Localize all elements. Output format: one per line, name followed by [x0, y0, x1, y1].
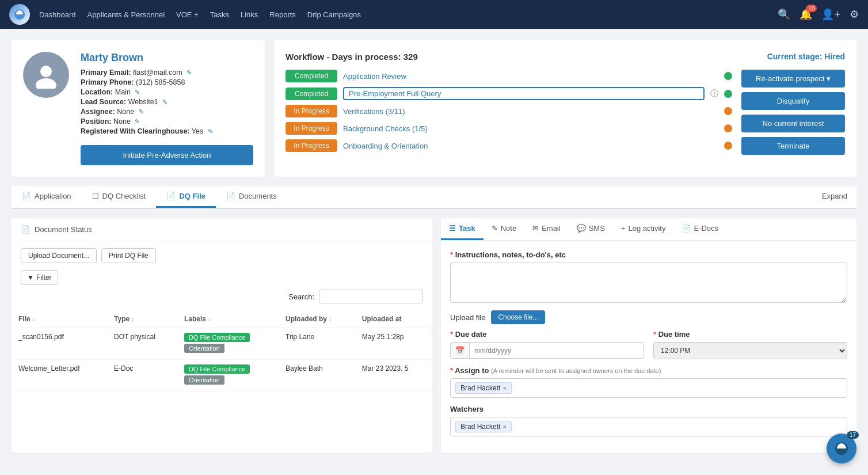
file-uploader-2: Baylee Bath: [279, 360, 355, 392]
choose-file-button[interactable]: Choose file...: [491, 310, 545, 324]
nav-tasks[interactable]: Tasks: [210, 10, 229, 19]
profile-position-row: Position: None ✎: [81, 117, 253, 126]
nav-dashboard[interactable]: Dashboard: [39, 10, 76, 19]
step5-status: In Progress: [285, 139, 337, 152]
pre-adverse-button[interactable]: Initiate Pre-Adverse Action: [81, 145, 253, 165]
left-panel: 📄 Document Status Upload Document... Pri…: [12, 218, 432, 453]
right-tabs: ☰ Task ✎ Note ✉ Email 💬 SMS + Log act: [441, 218, 856, 241]
logo[interactable]: [9, 4, 30, 25]
right-tab-edocs[interactable]: 📄 E-Docs: [673, 218, 726, 240]
assign-to-input[interactable]: Brad Hackett ×: [450, 378, 847, 398]
upload-document-button[interactable]: Upload Document...: [21, 248, 97, 263]
step4-dot: [724, 124, 732, 132]
instructions-label: * Instructions, notes, to-do's, etc: [450, 250, 847, 259]
nav-applicants[interactable]: Applicants & Personnel: [87, 10, 165, 19]
sort-labels-icon[interactable]: ↕: [208, 316, 211, 322]
add-user-icon[interactable]: 👤+: [821, 8, 840, 21]
location-edit-icon[interactable]: ✎: [135, 89, 140, 96]
page-body: Marty Brown Primary Email: flast@mail.co…: [0, 29, 868, 464]
label-dq-2: DQ File Compliance: [184, 364, 250, 374]
position-edit-icon[interactable]: ✎: [135, 118, 140, 125]
nav-links[interactable]: Links: [241, 10, 258, 19]
right-tab-email[interactable]: ✉ Email: [524, 218, 569, 240]
step2-info-icon[interactable]: ⓘ: [710, 89, 718, 99]
email-value: flast@mail.com: [133, 69, 182, 77]
step3-dot: [724, 107, 732, 115]
workflow-header: Workflow - Days in process: 329 Current …: [285, 52, 845, 62]
search-icon[interactable]: 🔍: [778, 8, 790, 21]
clearinghouse-value: Yes: [192, 127, 203, 135]
nav-reports[interactable]: Reports: [269, 10, 296, 19]
right-panel-body: * Instructions, notes, to-do's, etc Uplo…: [441, 241, 856, 453]
edocs-tab-label: E-Docs: [694, 224, 718, 233]
file-date-1: May 25 1:28p: [355, 328, 432, 360]
table-header-row: File ↕ Type ↕ Labels ↕ Uploaded by: [12, 310, 432, 328]
search-input[interactable]: [319, 290, 422, 303]
assignee-edit-icon[interactable]: ✎: [139, 108, 144, 115]
due-time-group: * Due time 12:00 PM 1:00 PM 2:00 PM 3:00…: [653, 330, 847, 359]
note-tab-label: Note: [501, 224, 516, 233]
file-table: File ↕ Type ↕ Labels ↕ Uploaded by: [12, 310, 432, 392]
svg-point-0: [40, 66, 52, 77]
step2-status: Completed: [285, 88, 337, 100]
workflow-step-2: Completed Pre-Employment Full Query ⓘ: [285, 87, 732, 100]
settings-icon[interactable]: ⚙: [850, 8, 859, 21]
fab-badge: 17: [847, 431, 859, 439]
right-tab-note[interactable]: ✎ Note: [484, 218, 524, 240]
no-interest-button[interactable]: No current interest: [741, 115, 845, 132]
task-icon: ☰: [449, 224, 456, 233]
step1-name[interactable]: Application Review: [343, 72, 718, 81]
right-tab-sms[interactable]: 💬 SMS: [569, 218, 613, 240]
email-edit-icon[interactable]: ✎: [186, 69, 192, 76]
req-star-assign: *: [450, 366, 453, 375]
right-panel: ☰ Task ✎ Note ✉ Email 💬 SMS + Log act: [441, 218, 856, 453]
sort-type-icon[interactable]: ↕: [132, 316, 135, 322]
step5-name[interactable]: Onboarding & Orientation: [343, 142, 718, 150]
workflow-title: Workflow - Days in process: 329: [285, 52, 418, 62]
terminate-button[interactable]: Terminate: [741, 137, 845, 155]
due-date-input[interactable]: [470, 343, 644, 358]
watcher-remove-1[interactable]: ×: [502, 423, 506, 430]
leadsource-edit-icon[interactable]: ✎: [162, 98, 167, 105]
watchers-input[interactable]: Brad Hackett ×: [450, 417, 847, 436]
tab-documents[interactable]: 📄 Documents: [216, 186, 287, 208]
step3-name[interactable]: Verifications (3/11): [343, 107, 718, 116]
step3-status: In Progress: [285, 105, 337, 117]
file-name-1: _scan0156.pdf: [12, 328, 107, 360]
filter-icon: ▼: [27, 273, 34, 282]
print-dq-file-button[interactable]: Print DQ File: [101, 248, 156, 263]
reactivate-button[interactable]: Re-activate prospect ▾: [741, 70, 845, 88]
due-date-group: * Due date 📅: [450, 330, 644, 359]
sort-uploadedby-icon[interactable]: ↕: [329, 316, 332, 322]
due-date-input-wrap: 📅: [450, 342, 644, 359]
leadsource-label: Lead Source:: [81, 98, 126, 106]
tab-dq-file[interactable]: 📄 DQ File: [156, 186, 216, 208]
workflow-card: Workflow - Days in process: 329 Current …: [274, 40, 856, 177]
profile-email-row: Primary Email: flast@mail.com ✎: [81, 69, 253, 77]
clearinghouse-edit-icon[interactable]: ✎: [208, 128, 213, 135]
label-orient-2: Orientation: [184, 375, 224, 385]
right-tab-task[interactable]: ☰ Task: [441, 218, 484, 240]
nav-voe[interactable]: VOE +: [176, 10, 199, 19]
col-file: File ↕: [12, 310, 107, 328]
sort-file-icon[interactable]: ↕: [32, 316, 35, 322]
phone-value: (312) 585-5858: [136, 78, 185, 86]
step2-name[interactable]: Pre-Employment Full Query: [343, 87, 705, 100]
clearinghouse-label: Registered With Clearinghouse:: [81, 127, 190, 135]
fab-button[interactable]: 17: [827, 434, 856, 463]
assignee-remove-1[interactable]: ×: [502, 385, 506, 392]
disqualify-button[interactable]: Disqualify: [741, 92, 845, 110]
step4-name[interactable]: Background Checks (1/5): [343, 124, 718, 133]
watcher-name-1: Brad Hackett: [460, 423, 500, 431]
tab-dq-checklist[interactable]: ☐ DQ Checklist: [82, 186, 157, 208]
expand-button[interactable]: Expand: [813, 186, 856, 208]
instructions-textarea[interactable]: [450, 263, 847, 303]
due-time-select[interactable]: 12:00 PM 1:00 PM 2:00 PM 3:00 PM: [653, 342, 847, 359]
right-tab-log[interactable]: + Log activity: [613, 218, 674, 240]
notification-bell[interactable]: 🔔 18: [800, 8, 812, 21]
assignee-value: None: [117, 108, 134, 116]
nav-drip[interactable]: Drip Campaigns: [307, 10, 361, 19]
tab-application[interactable]: 📄 Application: [12, 186, 82, 208]
filter-button[interactable]: ▼ Filter: [21, 270, 58, 285]
avatar: [23, 52, 69, 165]
